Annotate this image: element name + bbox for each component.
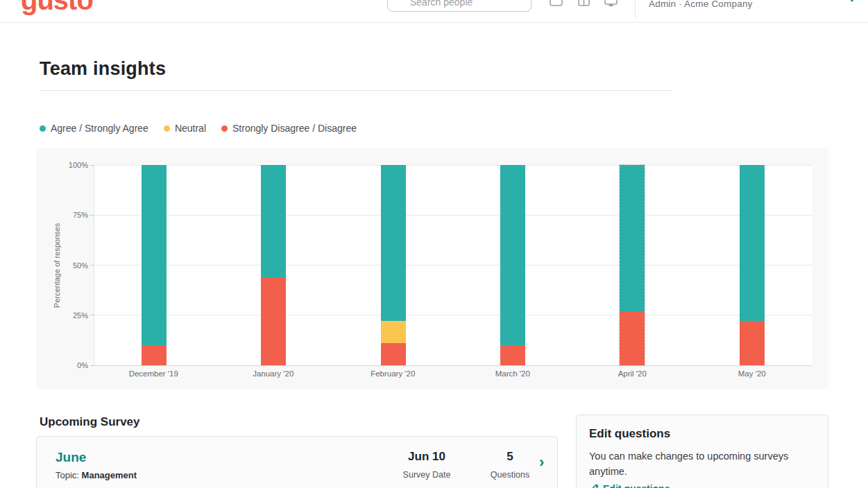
bar-segment[interactable] [381, 321, 406, 343]
bar-segment[interactable] [500, 165, 525, 345]
edit-questions-link-label: Edit questions [603, 483, 670, 488]
bar-segment[interactable] [500, 345, 525, 365]
bars-layer [94, 165, 812, 365]
x-axis-label: March '20 [453, 369, 573, 378]
edit-questions-body: You can make changes to upcoming surveys… [589, 448, 810, 480]
stacked-bar[interactable] [381, 165, 406, 365]
header-divider [635, 0, 636, 18]
edit-questions-heading: Edit questions [589, 427, 670, 441]
gusto-logo[interactable]: gusto [21, 0, 93, 16]
edit-questions-card: Edit questions You can make changes to u… [576, 415, 828, 488]
survey-topic: Topic: Management [56, 470, 137, 480]
survey-questions-label: Questions [475, 470, 545, 480]
legend-item: Agree / Strongly Agree [40, 123, 148, 134]
bar-column [572, 165, 692, 365]
team-insights-page: gusto Admin · Acme Company ∨ Team insigh… [0, 0, 868, 488]
bar-segment[interactable] [142, 345, 167, 365]
survey-topic-value: Management [82, 470, 137, 480]
stacked-bar[interactable] [261, 165, 286, 365]
legend-label: Strongly Disagree / Disagree [232, 123, 357, 134]
x-axis-label: May '20 [692, 369, 812, 378]
bar-column [94, 165, 214, 365]
chart-legend: Agree / Strongly AgreeNeutralStrongly Di… [40, 123, 357, 134]
x-axis-label: February '20 [333, 369, 453, 378]
survey-questions-stat: 5 Questions [475, 450, 545, 480]
monitor-icon[interactable] [603, 0, 619, 8]
y-tick-label: 25% [58, 311, 88, 320]
y-tick-label: 100% [58, 161, 88, 169]
chevron-down-icon[interactable]: ∨ [849, 0, 856, 3]
x-axis-label: January '20 [214, 369, 334, 378]
x-axis-label: April '20 [572, 369, 692, 378]
survey-date-stat: Jun 10 Survey Date [392, 450, 461, 480]
legend-item: Strongly Disagree / Disagree [221, 123, 357, 134]
bar-segment[interactable] [740, 321, 765, 365]
edit-questions-link[interactable]: Edit questions [589, 483, 670, 488]
bar-column [453, 165, 572, 365]
bar-segment[interactable] [381, 165, 406, 321]
upcoming-survey-card[interactable]: June Topic: Management Jun 10 Survey Dat… [36, 436, 558, 488]
legend-dot-icon [221, 125, 228, 132]
bar-segment[interactable] [261, 165, 286, 277]
page-title: Team insights [40, 58, 166, 80]
legend-label: Agree / Strongly Agree [51, 123, 148, 134]
title-divider [40, 90, 673, 91]
x-axis-labels: December '19January '20February '20March… [94, 369, 812, 378]
y-tick-label: 50% [58, 261, 88, 270]
bar-column [334, 165, 453, 365]
chevron-right-icon[interactable]: › [539, 453, 544, 471]
survey-date-label: Survey Date [392, 470, 461, 480]
legend-label: Neutral [175, 123, 206, 134]
stacked-bar[interactable] [142, 165, 167, 365]
survey-month-link[interactable]: June [56, 450, 86, 465]
legend-dot-icon [40, 125, 46, 132]
top-nav-bar: gusto Admin · Acme Company ∨ [0, 0, 868, 23]
survey-date-value: Jun 10 [392, 450, 461, 464]
account-menu-label[interactable]: Admin · Acme Company [649, 0, 753, 9]
search-input[interactable] [387, 0, 531, 12]
survey-results-chart: Percentage of responses 0%25%50%75%100% … [36, 148, 828, 389]
stacked-bar[interactable] [740, 165, 765, 365]
stacked-bar[interactable] [620, 165, 645, 365]
upcoming-survey-heading: Upcoming Survey [40, 415, 140, 429]
bar-column [692, 165, 812, 365]
stacked-bar[interactable] [500, 165, 525, 365]
calendar-icon[interactable] [548, 0, 564, 8]
bar-segment[interactable] [620, 311, 645, 365]
legend-dot-icon [164, 125, 170, 132]
bar-segment[interactable] [620, 165, 645, 311]
pencil-icon [589, 484, 599, 488]
legend-item: Neutral [164, 123, 206, 134]
survey-questions-value: 5 [475, 450, 545, 464]
bar-segment[interactable] [381, 343, 406, 365]
y-tick-label: 0% [58, 361, 88, 369]
bar-chart-plot: 0%25%50%75%100% [94, 165, 812, 365]
bar-segment[interactable] [142, 165, 167, 345]
y-tick-label: 75% [58, 211, 88, 219]
gift-icon[interactable] [576, 0, 592, 8]
bar-column [214, 165, 333, 365]
bar-segment[interactable] [740, 165, 765, 321]
bar-segment[interactable] [261, 277, 286, 365]
x-axis-label: December '19 [94, 369, 214, 378]
